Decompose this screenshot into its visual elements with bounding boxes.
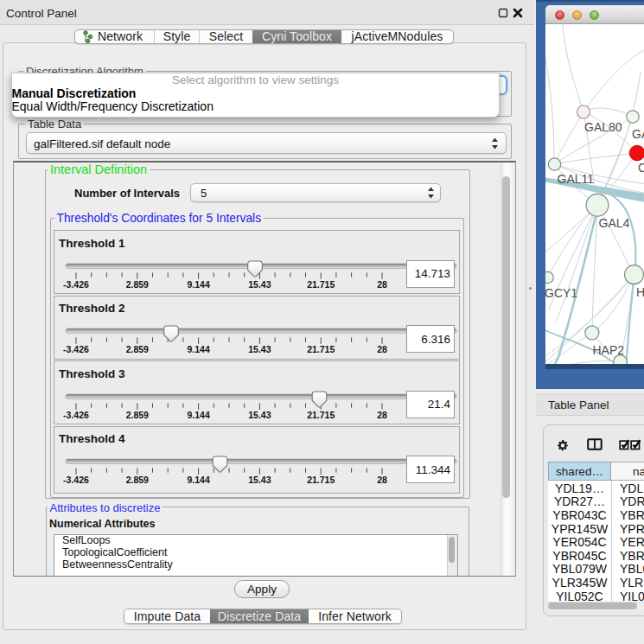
svg-text:GAL4: GAL4 [599,216,630,230]
svg-text:21.715: 21.715 [307,410,335,420]
svg-text:2.859: 2.859 [126,410,149,420]
svg-text:9.144: 9.144 [187,410,209,420]
svg-text:28: 28 [377,344,387,354]
svg-text:9.144: 9.144 [187,279,209,290]
svg-text:15.43: 15.43 [248,410,271,420]
svg-text:HI: HI [636,285,644,299]
svg-text:28: 28 [377,410,387,420]
svg-text:15.43: 15.43 [248,344,271,354]
svg-text:GCY1: GCY1 [545,286,577,300]
svg-text:GA: GA [632,127,644,141]
svg-text:GAL11: GAL11 [558,172,595,186]
svg-text:2.859: 2.859 [126,475,149,485]
svg-text:9.144: 9.144 [187,475,209,485]
svg-text:21.715: 21.715 [307,344,335,354]
svg-text:28: 28 [377,475,387,485]
svg-text:GAL80: GAL80 [584,120,622,134]
svg-text:28: 28 [377,279,387,290]
svg-text:9.144: 9.144 [187,344,209,354]
svg-text:2.859: 2.859 [126,344,149,354]
svg-text:21.715: 21.715 [307,475,335,485]
svg-text:HAP2: HAP2 [593,343,625,357]
svg-text:21.715: 21.715 [307,279,335,290]
svg-text:-3.426: -3.426 [63,410,89,420]
svg-text:2.859: 2.859 [126,279,149,290]
svg-text:CD: CD [638,161,644,175]
svg-text:15.43: 15.43 [248,475,271,485]
svg-text:-3.426: -3.426 [63,344,89,354]
svg-text:15.43: 15.43 [248,279,271,290]
svg-text:-3.426: -3.426 [63,475,89,485]
svg-text:-3.426: -3.426 [63,279,89,290]
